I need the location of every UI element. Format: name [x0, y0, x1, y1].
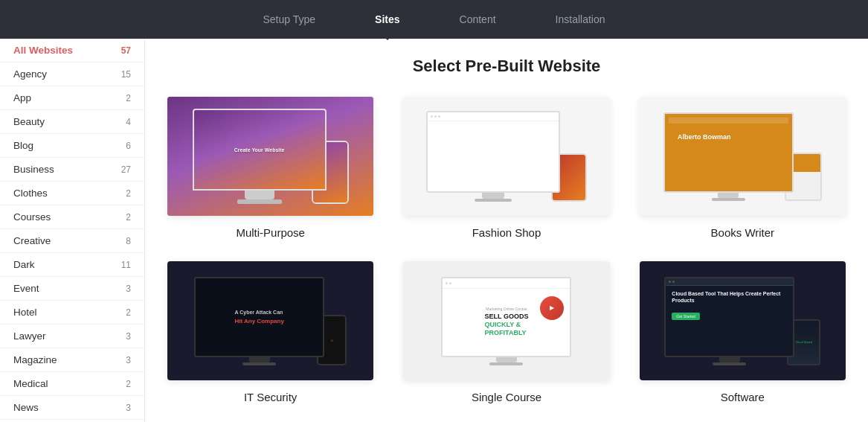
- sidebar-item-event[interactable]: Event 3: [0, 277, 144, 301]
- sidebar-item-label: Beauty: [13, 116, 45, 127]
- category-sidebar: All Websites 57 Agency 15 App 2 Beauty 4…: [0, 39, 145, 422]
- sidebar-item-count: 3: [126, 355, 131, 365]
- dot: [672, 281, 675, 283]
- monitor-base: [242, 362, 276, 365]
- sidebar-item-clothes[interactable]: Clothes 2: [0, 182, 144, 205]
- itsec-monitor: A Cyber Attack Can Hit Any Company: [194, 277, 324, 357]
- monitor-base: [475, 199, 512, 202]
- sidebar-item-count: 3: [126, 284, 131, 294]
- sidebar-item-count: 2: [126, 307, 131, 318]
- sidebar-item-beauty[interactable]: Beauty 4: [0, 110, 144, 134]
- sidebar-item-count: 4: [126, 117, 131, 127]
- software-monitor: Cloud Based Tool That Helps Create Perfe…: [664, 277, 794, 357]
- sidebar-item-lawyer[interactable]: Lawyer 3: [0, 325, 144, 348]
- sidebar-item-business[interactable]: Business 27: [0, 158, 144, 182]
- course-header: [443, 278, 570, 289]
- site-card-it-security[interactable]: A Cyber Attack Can Hit Any Company ⚠: [167, 261, 373, 403]
- sidebar-item-news[interactable]: News 3: [0, 396, 144, 420]
- site-preview-it-security: A Cyber Attack Can Hit Any Company ⚠: [167, 261, 373, 380]
- monitor-stand: [245, 191, 274, 199]
- sidebar-item-label: Blog: [13, 140, 33, 151]
- site-card-multi-purpose[interactable]: Create Your Website Multi-Purpose: [167, 97, 373, 239]
- site-card-label: Books Writer: [711, 226, 775, 239]
- sidebar-item-count: 8: [126, 236, 131, 246]
- site-preview-single-course: Marketing Online Course SELL GOODS QUICK…: [403, 261, 609, 380]
- nav-setup-type[interactable]: Setup Type: [255, 9, 323, 30]
- site-card-fashion-shop[interactable]: Clothing Seasonal Collections Fashion Sh…: [403, 97, 609, 239]
- monitor-screen: Create Your Website: [194, 110, 325, 189]
- course-content: Marketing Online Course SELL GOODS QUICK…: [443, 289, 570, 356]
- monitor-base: [713, 362, 746, 365]
- sidebar-item-label: Medical: [13, 378, 48, 389]
- nav-sites[interactable]: Sites: [367, 9, 407, 30]
- course-sell-text: SELL GOODS QUICKLY & PROFITABLY: [485, 313, 529, 336]
- dot: [446, 282, 448, 284]
- sidebar-item-label: Dark: [13, 259, 35, 270]
- desktop-unit: Marketing Online Course SELL GOODS QUICK…: [441, 277, 571, 365]
- sidebar-item-label: App: [13, 92, 31, 103]
- books-inner-text: Alberto Bowman: [678, 133, 731, 142]
- site-card-label: IT Security: [244, 391, 297, 403]
- play-button-circle: ▶: [540, 296, 564, 320]
- sidebar-item-label: All Websites: [13, 45, 73, 56]
- content-area: Select Pre-Built Website Create Your Web…: [145, 39, 868, 422]
- dot: [669, 281, 671, 283]
- sidebar-item-count: 2: [126, 93, 131, 103]
- site-preview-books-writer: Alberto Bowman: [640, 97, 846, 216]
- sidebar-item-label: Courses: [13, 211, 51, 223]
- course-sell-green: QUICKLY &: [485, 321, 521, 328]
- monitor-stand: [719, 357, 740, 362]
- sidebar-item-courses[interactable]: Courses 2: [0, 205, 144, 229]
- device-group: Alberto Bowman: [663, 112, 822, 201]
- itsec-inner: A Cyber Attack Can Hit Any Company: [196, 278, 323, 356]
- course-monitor: Marketing Online Course SELL GOODS QUICK…: [441, 277, 571, 357]
- site-card-software[interactable]: Cloud Based Tool That Helps Create Perfe…: [640, 261, 846, 403]
- software-tablet-text: Cloud Based: [795, 340, 812, 344]
- sidebar-item-count: 3: [126, 403, 131, 413]
- site-card-label: Multi-Purpose: [236, 226, 305, 239]
- desktop-unit: Alberto Bowman: [663, 112, 794, 201]
- sidebar-item-label: Clothes: [13, 188, 48, 199]
- sidebar-item-all-websites[interactable]: All Websites 57: [0, 39, 144, 63]
- dot: [434, 115, 437, 118]
- course-subtitle: Marketing Online Course: [486, 307, 527, 311]
- site-card-single-course[interactable]: Marketing Online Course SELL GOODS QUICK…: [403, 261, 609, 403]
- sidebar-item-label: Business: [13, 164, 54, 175]
- sidebar-item-hotel[interactable]: Hotel 2: [0, 301, 144, 325]
- nav-content[interactable]: Content: [452, 9, 504, 30]
- sidebar-item-blog[interactable]: Blog 6: [0, 134, 144, 158]
- software-main-text: Cloud Based Tool That Helps Create Perfe…: [672, 290, 787, 305]
- software-body: Cloud Based Tool That Helps Create Perfe…: [666, 286, 793, 326]
- nav-installation[interactable]: Installation: [548, 9, 613, 30]
- monitor-text: Create Your Website: [234, 147, 285, 153]
- desktop-unit: Cloud Based Tool That Helps Create Perfe…: [664, 277, 794, 365]
- dot: [449, 282, 451, 284]
- sidebar-item-count: 57: [121, 45, 131, 56]
- sidebar-item-count: 2: [126, 212, 131, 223]
- device-group: Marketing Online Course SELL GOODS QUICK…: [441, 277, 571, 365]
- site-card-label: Fashion Shop: [472, 226, 541, 239]
- sidebar-item-count: 2: [126, 188, 131, 199]
- sidebar-item-label: Agency: [13, 68, 47, 80]
- sidebar-item-label: News: [13, 402, 39, 413]
- itsec-phone-text: ⚠: [330, 338, 333, 342]
- sites-grid: Create Your Website Multi-Purpose: [167, 97, 846, 403]
- sidebar-item-medical[interactable]: Medical 2: [0, 372, 144, 396]
- site-card-books-writer[interactable]: Alberto Bowman Books Writer: [640, 97, 846, 239]
- sidebar-item-creative[interactable]: Creative 8: [0, 229, 144, 253]
- sidebar-item-app[interactable]: App 2: [0, 86, 144, 110]
- sidebar-item-dark[interactable]: Dark 11: [0, 253, 144, 277]
- play-icon: ▶: [550, 304, 554, 311]
- sidebar-item-count: 3: [126, 331, 131, 342]
- fashion-monitor: Clothing Seasonal Collections: [426, 111, 560, 193]
- monitor-stand: [718, 193, 739, 198]
- top-navigation: Setup Type Sites Content Installation: [0, 0, 868, 39]
- monitor-base: [489, 362, 523, 365]
- monitor: Create Your Website: [193, 109, 327, 191]
- sidebar-item-agency[interactable]: Agency 15: [0, 63, 144, 86]
- desktop-unit: A Cyber Attack Can Hit Any Company: [194, 277, 324, 365]
- device-group: Clothing Seasonal Collections: [426, 111, 587, 202]
- sidebar-item-magazine[interactable]: Magazine 3: [0, 348, 144, 372]
- dot: [431, 115, 433, 118]
- sidebar-item-count: 2: [126, 379, 131, 389]
